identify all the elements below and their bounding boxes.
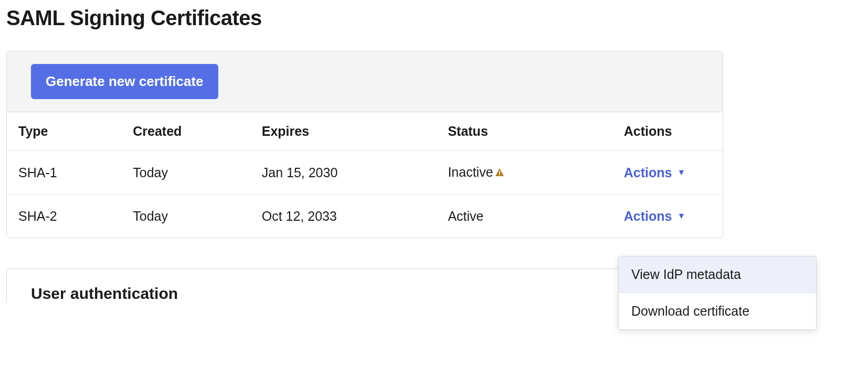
- status-text: Active: [448, 209, 483, 223]
- cell-actions: Actions ▼: [608, 151, 723, 195]
- actions-label: Actions: [624, 209, 672, 224]
- cell-actions: Actions ▼: [608, 195, 723, 238]
- table-row: SHA-1 Today Jan 15, 2030 Inactive Action…: [7, 151, 723, 195]
- actions-dropdown-trigger[interactable]: Actions ▼: [624, 209, 686, 224]
- user-authentication-panel: User authentication Edit: [6, 268, 723, 303]
- actions-label: Actions: [624, 165, 672, 180]
- column-header-actions: Actions: [608, 112, 723, 151]
- column-header-created: Created: [121, 112, 250, 151]
- warning-icon: [494, 166, 505, 181]
- svg-rect-1: [499, 174, 500, 175]
- page-title: SAML Signing Certificates: [6, 6, 862, 30]
- certificates-panel: Generate new certificate Type Created Ex…: [6, 51, 723, 238]
- certificates-table: Type Created Expires Status Actions SHA-…: [7, 112, 723, 238]
- panel-header: Generate new certificate: [7, 51, 723, 112]
- status-text: Inactive: [448, 165, 493, 179]
- column-header-type: Type: [7, 112, 121, 151]
- column-header-expires: Expires: [250, 112, 437, 151]
- generate-new-certificate-button[interactable]: Generate new certificate: [31, 64, 218, 99]
- caret-down-icon: ▼: [677, 168, 685, 177]
- cell-type: SHA-1: [7, 151, 121, 195]
- cell-status: Inactive: [436, 151, 608, 195]
- cell-created: Today: [121, 195, 250, 238]
- caret-down-icon: ▼: [677, 211, 685, 221]
- dropdown-item-view-idp-metadata[interactable]: View IdP metadata: [619, 256, 816, 293]
- cell-expires: Jan 15, 2030: [250, 151, 437, 195]
- dropdown-item-download-certificate[interactable]: Download certificate: [619, 293, 816, 309]
- cell-type: SHA-2: [7, 195, 121, 238]
- actions-dropdown-trigger[interactable]: Actions ▼: [624, 165, 686, 180]
- user-authentication-title: User authentication: [31, 285, 178, 303]
- svg-rect-0: [499, 171, 500, 174]
- cell-expires: Oct 12, 2033: [250, 195, 437, 238]
- cell-created: Today: [121, 151, 250, 195]
- table-row: SHA-2 Today Oct 12, 2033 Active Actions …: [7, 195, 723, 238]
- table-header-row: Type Created Expires Status Actions: [7, 112, 723, 151]
- column-header-status: Status: [436, 112, 608, 151]
- cell-status: Active: [436, 195, 608, 238]
- actions-dropdown-menu: View IdP metadata Download certificate: [618, 256, 817, 309]
